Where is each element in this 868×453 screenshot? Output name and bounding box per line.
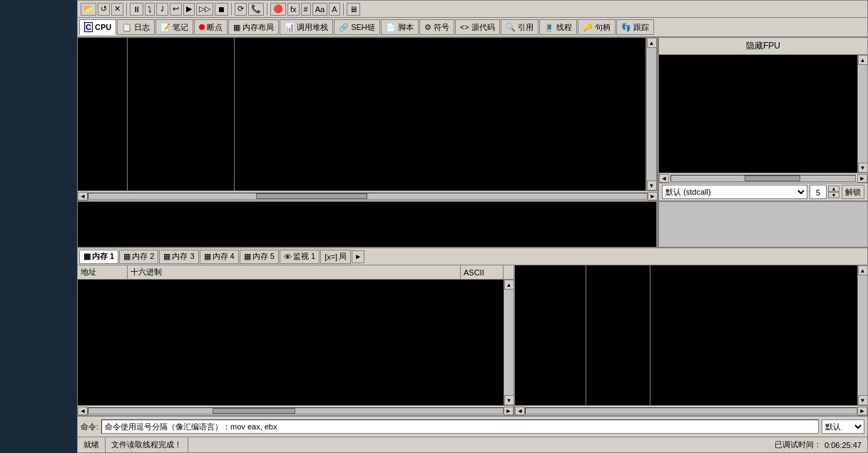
watch1-icon: 👁 <box>284 253 292 261</box>
memory-icon: ▦ <box>233 23 240 32</box>
aa-button[interactable]: Aa <box>312 3 327 16</box>
command-label: 命令: <box>81 422 98 432</box>
btab-locals[interactable]: [x=] 局 <box>320 250 351 264</box>
seh-icon: 🔗 <box>339 23 349 32</box>
col-header-ascii: ASCII <box>461 265 504 279</box>
fpu-controls: 默认 (stdcall) 5 ▲ ▼ 解锁 <box>659 183 867 200</box>
tab-seh[interactable]: 🔗 SEH链 <box>334 19 380 35</box>
mem-hscroll-left[interactable]: ◄ <box>78 407 88 415</box>
mem-vscroll-track[interactable] <box>505 290 514 395</box>
cpu-icon: C <box>84 22 93 32</box>
hscroll-left[interactable]: ◄ <box>78 192 88 200</box>
mem-vscroll-up[interactable]: ▲ <box>504 280 514 290</box>
pause-button[interactable]: ⏸ <box>130 3 143 16</box>
call-button[interactable]: 📞 <box>248 3 264 16</box>
run-trace-button[interactable]: ▷▷ <box>196 3 213 16</box>
right-panel-2 <box>586 265 650 405</box>
fpu-hscroll-left[interactable]: ◄ <box>659 174 669 183</box>
stop-button[interactable]: ⏹ <box>215 3 228 16</box>
mem-hscroll-thumb <box>213 408 295 414</box>
right-hscroll-left[interactable]: ◄ <box>515 407 525 415</box>
restart-button[interactable]: ⟳ <box>235 3 247 16</box>
right-panel-1 <box>515 265 586 405</box>
font-button[interactable]: A <box>329 3 339 16</box>
tab-breakpoints[interactable]: 断点 <box>194 19 228 35</box>
tab-log[interactable]: 📋 日志 <box>117 19 155 35</box>
fpu-spinner[interactable]: ▲ ▼ <box>828 185 839 198</box>
right-vscroll-up[interactable]: ▲ <box>858 265 868 275</box>
fpu-spin-up[interactable]: ▲ <box>828 185 839 192</box>
hscroll-track[interactable] <box>88 193 648 200</box>
step-back-button[interactable]: ↩ <box>170 3 182 16</box>
vscroll-track[interactable] <box>648 48 656 180</box>
tab-source[interactable]: <> 源代码 <box>455 19 500 35</box>
fpu-vscroll[interactable]: ▲ ▼ <box>857 55 867 173</box>
vscroll-down[interactable]: ▼ <box>647 180 657 190</box>
breakpoint-button[interactable]: 🔴 <box>270 3 286 16</box>
btab-watch1[interactable]: 👁 监视 1 <box>280 250 320 264</box>
step-in-button[interactable]: ⤵ <box>145 3 155 16</box>
tab-notes[interactable]: 📝 笔记 <box>155 19 193 35</box>
fpu-hscroll-track[interactable] <box>670 175 856 182</box>
tab-cpu[interactable]: C CPU <box>79 19 116 35</box>
memory-view: 地址 十六进制 ASCII ▲ ▼ ◄ <box>78 265 515 415</box>
fx-button[interactable]: fx <box>287 3 300 16</box>
right-hscroll: ◄ ► <box>515 405 867 415</box>
log-icon: 📋 <box>122 23 132 32</box>
separator2 <box>231 3 232 16</box>
step-over-button[interactable]: ⤸ <box>156 3 168 16</box>
tab-handles[interactable]: 🔑 句柄 <box>578 19 616 35</box>
left-panels-container: ▲ ▼ ◄ ► <box>78 38 659 200</box>
btab-mem3[interactable]: ▦ 内存 3 <box>159 250 198 264</box>
tab-trace[interactable]: 👣 跟踪 <box>616 19 654 35</box>
mem-vscroll-down[interactable]: ▼ <box>504 395 514 405</box>
hscroll-right[interactable]: ► <box>648 192 658 200</box>
reload-button[interactable]: ↺ <box>98 3 110 16</box>
btab-mem5[interactable]: ▦ 内存 5 <box>240 250 279 264</box>
right-hscroll-right[interactable]: ► <box>857 407 867 415</box>
open-button[interactable]: 📂 <box>81 3 96 16</box>
close-button[interactable]: ✕ <box>111 3 123 16</box>
fpu-vscroll-track[interactable] <box>859 65 867 163</box>
tab-references[interactable]: 🔍 引用 <box>501 19 538 35</box>
mem3-icon: ▦ <box>163 252 170 261</box>
right-vscroll-down[interactable]: ▼ <box>858 395 868 405</box>
fpu-vscroll-up[interactable]: ▲ <box>858 55 868 65</box>
tab-symbols[interactable]: ⚙ 符号 <box>419 19 454 35</box>
memory-vscroll[interactable]: ▲ ▼ <box>504 280 514 405</box>
btab-next-arrow[interactable]: ► <box>352 250 364 263</box>
fpu-convention-select[interactable]: 默认 (stdcall) <box>662 185 807 199</box>
btab-mem4[interactable]: ▦ 内存 4 <box>200 250 239 264</box>
right-vscroll[interactable]: ▲ ▼ <box>857 265 867 405</box>
locals-icon: [x=] <box>325 253 337 261</box>
mem1-icon: ▦ <box>83 252 91 261</box>
btab-mem2[interactable]: ▦ 内存 2 <box>119 250 158 264</box>
command-input[interactable] <box>101 419 819 434</box>
hash-button[interactable]: # <box>301 3 311 16</box>
cpu-icon-button[interactable]: 🖥 <box>347 3 360 16</box>
fpu-hscroll-thumb <box>745 175 800 181</box>
source-icon: <> <box>460 23 469 31</box>
right-vscroll-track[interactable] <box>859 275 867 395</box>
mem-hscroll-right[interactable]: ► <box>504 407 514 415</box>
tab-memory[interactable]: ▦ 内存布局 <box>228 19 279 35</box>
right-hscroll-track[interactable] <box>525 407 857 414</box>
fpu-spin-down[interactable]: ▼ <box>828 192 839 198</box>
run-button[interactable]: ▶ <box>183 3 195 16</box>
fpu-unlock-button[interactable]: 解锁 <box>842 185 864 199</box>
command-select[interactable]: 默认 <box>822 419 864 434</box>
tab-callstack[interactable]: 📊 调用堆栈 <box>280 19 333 35</box>
mem-hscroll-track[interactable] <box>88 407 504 414</box>
tab-script[interactable]: 📄 脚本 <box>381 19 419 35</box>
status-time: 已调试时间： 0:06:25:47 <box>769 437 867 452</box>
toolbar2: C CPU 📋 日志 📝 笔记 断点 ▦ 内存布局 📊 调用堆栈 🔗 SEH链 … <box>78 18 867 38</box>
btab-mem1[interactable]: ▦ 内存 1 <box>79 250 118 264</box>
middle-left-container <box>78 202 659 247</box>
symbols-icon: ⚙ <box>424 23 432 32</box>
tab-threads[interactable]: 🧵 线程 <box>539 19 577 35</box>
separator1 <box>126 3 127 16</box>
code-vscroll[interactable]: ▲ ▼ <box>646 38 656 190</box>
fpu-vscroll-down[interactable]: ▼ <box>858 163 868 173</box>
fpu-hscroll-right[interactable]: ► <box>857 174 867 183</box>
vscroll-up[interactable]: ▲ <box>647 38 657 48</box>
